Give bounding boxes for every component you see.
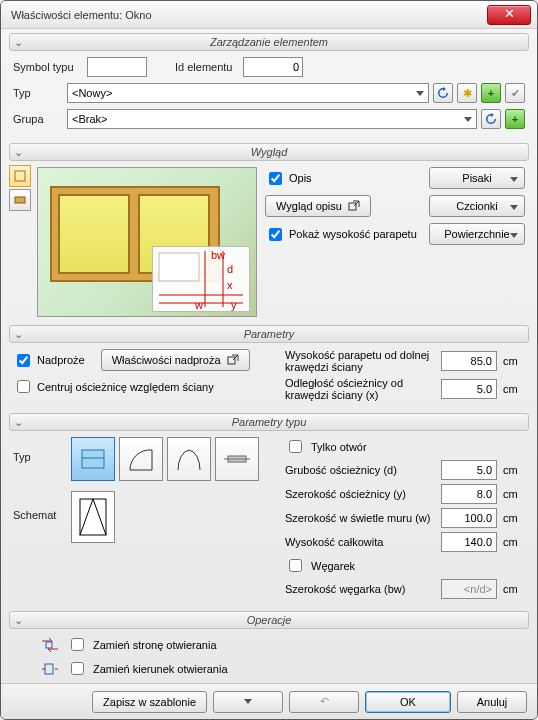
unit-label: cm — [503, 512, 525, 524]
wegarek-checkbox[interactable] — [289, 559, 302, 572]
odleglosc-input[interactable] — [441, 379, 497, 399]
typ-label: Typ — [13, 87, 63, 99]
cancel-button[interactable]: Anuluj — [457, 691, 527, 713]
confirm-button[interactable]: ✔ — [505, 83, 525, 103]
svg-text:w: w — [194, 299, 203, 311]
typ-combo[interactable]: <Nowy> — [67, 83, 429, 103]
dialog-window: Właściwości elementu: Okno ✕ ⌄ Zarządzan… — [0, 0, 538, 720]
nadproze-label: Nadproże — [37, 354, 85, 366]
opis-checkbox[interactable] — [269, 172, 282, 185]
schemat-button[interactable] — [71, 491, 115, 543]
svg-rect-20 — [46, 642, 52, 648]
section-header-manage[interactable]: ⌄ Zarządzanie elementem — [9, 33, 529, 51]
undo-button[interactable]: ↶ — [289, 691, 359, 713]
section-title: Operacje — [10, 614, 528, 626]
nadproze-props-button[interactable]: Właściwości nadproża — [101, 349, 250, 371]
ok-button[interactable]: OK — [365, 691, 451, 713]
asterisk-icon[interactable]: ✱ — [457, 83, 477, 103]
centruj-checkbox[interactable] — [17, 380, 30, 393]
grubosc-label: Grubość ościeżnicy (d) — [285, 464, 435, 476]
titlebar: Właściwości elementu: Okno ✕ — [1, 1, 537, 29]
swietlo-input[interactable] — [441, 508, 497, 528]
dimension-diagram: bw d x w y — [152, 246, 250, 312]
section-title: Zarządzanie elementem — [10, 36, 528, 48]
svg-rect-15 — [82, 450, 104, 468]
schemat-label: Schemat — [13, 491, 67, 521]
refresh-icon[interactable] — [433, 83, 453, 103]
section-header-ptype[interactable]: ⌄ Parametry typu — [9, 413, 529, 431]
view-3d-tab[interactable] — [9, 165, 31, 187]
section-header-ops[interactable]: ⌄ Operacje — [9, 611, 529, 629]
parapet-h-input[interactable] — [441, 351, 497, 371]
grubosc-input[interactable] — [441, 460, 497, 480]
show-parapet-checkbox[interactable] — [269, 228, 282, 241]
unit-label: cm — [503, 583, 525, 595]
id-input[interactable] — [243, 57, 303, 77]
svg-text:d: d — [227, 263, 233, 275]
opis-style-button[interactable]: Wygląd opisu — [265, 195, 371, 217]
szer-osc-input[interactable] — [441, 484, 497, 504]
op2-label: Zamień kierunek otwierania — [93, 663, 228, 675]
svg-rect-14 — [228, 357, 235, 364]
nadproze-checkbox[interactable] — [17, 354, 30, 367]
section-header-look[interactable]: ⌄ Wygląd — [9, 143, 529, 161]
window-title: Właściwości elementu: Okno — [7, 9, 487, 21]
section-params: ⌄ Parametry Nadproże Właściwości nadproż… — [9, 325, 529, 411]
wintype-1[interactable] — [71, 437, 115, 481]
szer-osc-label: Szerokość ościeżnicy (y) — [285, 488, 435, 500]
section-header-params[interactable]: ⌄ Parametry — [9, 325, 529, 343]
section-title: Wygląd — [10, 146, 528, 158]
section-manage: ⌄ Zarządzanie elementem Symbol typu Id e… — [9, 33, 529, 141]
wys-label: Wysokość całkowita — [285, 536, 435, 548]
wegarek-label: Węgarek — [311, 560, 525, 572]
chevron-icon: ⌄ — [10, 328, 26, 341]
powierzchnie-dropdown[interactable]: Powierzchnie — [429, 223, 525, 245]
add-button[interactable]: + — [481, 83, 501, 103]
chevron-icon: ⌄ — [10, 36, 26, 49]
only-hole-checkbox[interactable] — [289, 440, 302, 453]
svg-rect-1 — [15, 171, 25, 181]
svg-rect-2 — [15, 197, 25, 203]
svg-rect-21 — [45, 664, 53, 674]
id-label: Id elementu — [175, 61, 239, 73]
op1-checkbox[interactable] — [71, 638, 84, 651]
svg-text:y: y — [231, 299, 237, 311]
czcionki-dropdown[interactable]: Czcionki — [429, 195, 525, 217]
svg-rect-19 — [80, 499, 106, 535]
section-title: Parametry — [10, 328, 528, 340]
svg-rect-13 — [349, 203, 356, 210]
add-button[interactable]: + — [505, 109, 525, 129]
unit-label: cm — [503, 355, 525, 367]
wegarek-szer-input — [441, 579, 497, 599]
pisaki-dropdown[interactable]: Pisaki — [429, 167, 525, 189]
wintype-3[interactable] — [167, 437, 211, 481]
unit-label: cm — [503, 488, 525, 500]
wintype-4[interactable] — [215, 437, 259, 481]
save-template-button[interactable]: Zapisz w szablonie — [92, 691, 207, 713]
view-2d-tab[interactable] — [9, 189, 31, 211]
save-template-dropdown[interactable] — [213, 691, 283, 713]
close-button[interactable]: ✕ — [487, 5, 531, 25]
svg-rect-3 — [159, 253, 199, 281]
op2-checkbox[interactable] — [71, 662, 84, 675]
chevron-icon: ⌄ — [10, 416, 26, 429]
wegarek-szer-label: Szerokość węgarka (bw) — [285, 583, 435, 595]
unit-label: cm — [503, 536, 525, 548]
external-icon — [227, 354, 239, 366]
chevron-icon: ⌄ — [10, 146, 26, 159]
swietlo-label: Szerokość w świetle muru (w) — [285, 512, 435, 524]
swap-direction-icon — [39, 660, 61, 678]
refresh-icon[interactable] — [481, 109, 501, 129]
swap-side-icon — [39, 636, 61, 654]
symbol-input[interactable] — [87, 57, 147, 77]
preview-image: bw d x w y — [37, 167, 257, 317]
symbol-label: Symbol typu — [13, 61, 83, 73]
ptype-typ-label: Typ — [13, 437, 67, 463]
only-hole-label: Tylko otwór — [311, 441, 525, 453]
section-title: Parametry typu — [10, 416, 528, 428]
wintype-2[interactable] — [119, 437, 163, 481]
grupa-combo[interactable]: <Brak> — [67, 109, 477, 129]
external-icon — [348, 200, 360, 212]
svg-text:x: x — [227, 279, 233, 291]
wys-input[interactable] — [441, 532, 497, 552]
